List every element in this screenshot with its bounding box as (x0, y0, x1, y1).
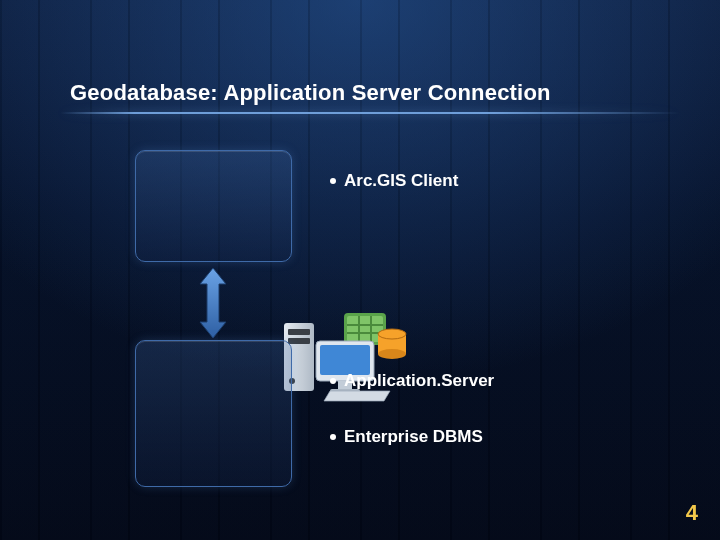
client-panel (135, 150, 292, 262)
bullet-dot-icon (330, 434, 336, 440)
bidirectional-arrow-icon (198, 268, 228, 342)
svg-rect-11 (288, 329, 310, 335)
bullet-appserver-text: Application.Server (344, 371, 494, 390)
bullet-dot-icon (330, 178, 336, 184)
workstation-icon (282, 311, 412, 407)
slide: Geodatabase: Application Server Connecti… (0, 0, 720, 540)
svg-rect-1 (347, 316, 383, 342)
bullet-appserver: Application.Server (330, 372, 494, 391)
bullet-dbms: Enterprise DBMS (330, 428, 483, 447)
title-underline (60, 112, 680, 114)
bullet-dbms-text: Enterprise DBMS (344, 427, 483, 446)
bullet-dot-icon (330, 378, 336, 384)
bullet-client-text: Arc.GIS Client (344, 171, 458, 190)
slide-title: Geodatabase: Application Server Connecti… (70, 80, 660, 106)
svg-point-8 (378, 349, 406, 359)
bullet-client: Arc.GIS Client (330, 172, 458, 191)
server-panel: App Server (135, 340, 292, 487)
page-number: 4 (686, 500, 698, 526)
svg-rect-12 (288, 338, 310, 344)
